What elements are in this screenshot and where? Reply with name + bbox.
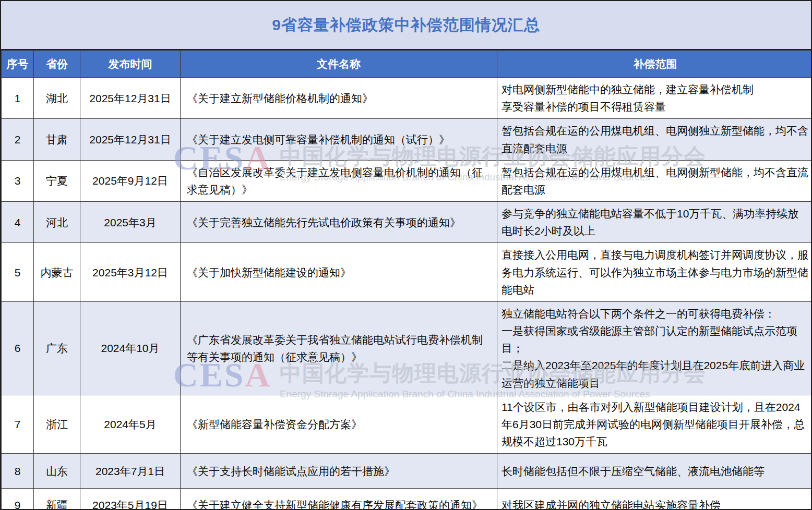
table-row: 5 内蒙古 2025年3月12日 《关于加快新型储能建设的通知》 直接接入公用电… bbox=[2, 243, 812, 302]
header-publish-date: 发布时间 bbox=[80, 51, 181, 78]
row-index-cell: 3 bbox=[2, 160, 34, 201]
province-cell: 新疆 bbox=[34, 489, 80, 510]
publish-date-cell: 2025年3月12日 bbox=[80, 243, 181, 302]
document-name-cell: 《关于建立健全支持新型储能健康有序发展配套政策的通知》 bbox=[181, 489, 497, 510]
publish-date-cell: 2025年12月31日 bbox=[80, 78, 181, 119]
page-title: 9省容量补偿政策中补偿范围情况汇总 bbox=[272, 15, 540, 36]
table-row: 2 甘肃 2025年12月31日 《关于建立发电侧可靠容量补偿机制的通知（试行）… bbox=[2, 119, 812, 160]
publish-date-cell: 2024年5月 bbox=[80, 395, 181, 454]
compensation-scope-cell: 对电网侧新型储能中的独立储能，建立容量补偿机制 享受容量补偿的项目不得租赁容量 bbox=[497, 78, 812, 119]
province-cell: 浙江 bbox=[34, 395, 80, 454]
document-name-cell: 《关于加快新型储能建设的通知》 bbox=[181, 243, 497, 302]
row-index-cell: 1 bbox=[2, 78, 34, 119]
document-name-cell: 《关于建立发电侧可靠容量补偿机制的通知（试行）》 bbox=[181, 119, 497, 160]
title-bar: 9省容量补偿政策中补偿范围情况汇总 bbox=[1, 1, 811, 50]
row-index-cell: 9 bbox=[2, 489, 34, 510]
table-row: 9 新疆 2023年5月19日 《关于建立健全支持新型储能健康有序发展配套政策的… bbox=[2, 489, 812, 510]
table-row: 8 山东 2023年7月1日 《关于支持长时储能试点应用的若干措施》 长时储能包… bbox=[2, 454, 812, 489]
row-index-cell: 6 bbox=[2, 301, 34, 395]
publish-date-cell: 2023年5月19日 bbox=[80, 489, 181, 510]
header-compensation-scope: 补偿范围 bbox=[497, 51, 812, 78]
row-index-cell: 2 bbox=[2, 119, 34, 160]
compensation-scope-cell: 独立储能电站符合以下两个条件之一的可获得电费补偿： 一是获得国家或省级能源主管部… bbox=[497, 301, 812, 395]
document-name-cell: 《关于建立新型储能价格机制的通知》 bbox=[181, 78, 497, 119]
table-row: 6 广东 2024年10月 《广东省发展改革委关于我省独立储能电站试行电费补偿机… bbox=[2, 301, 812, 395]
publish-date-cell: 2025年12月31日 bbox=[80, 119, 181, 160]
header-index: 序号 bbox=[2, 51, 34, 78]
policy-table: 序号 省份 发布时间 文件名称 补偿范围 1 湖北 2025年12月31日 《关… bbox=[1, 50, 812, 510]
row-index-cell: 8 bbox=[2, 454, 34, 489]
province-cell: 内蒙古 bbox=[34, 243, 80, 302]
document-name-cell: 《广东省发展改革委关于我省独立储能电站试行电费补偿机制等有关事项的通知（征求意见… bbox=[181, 301, 497, 395]
compensation-scope-cell: 11个设区市，由各市对列入新型储能项目建设计划，且在2024年6月30日前完成并… bbox=[497, 395, 812, 454]
table-row: 3 宁夏 2025年9月12日 《自治区发展改革委关于建立发电侧容量电价机制的通… bbox=[2, 160, 812, 201]
table-row: 7 浙江 2024年5月 《新型储能容量补偿资金分配方案》 11个设区市，由各市… bbox=[2, 395, 812, 454]
province-cell: 湖北 bbox=[34, 78, 80, 119]
province-cell: 河北 bbox=[34, 202, 80, 243]
row-index-cell: 7 bbox=[2, 395, 34, 454]
compensation-scope-cell: 参与竞争的独立储能电站容量不低于10万千瓦、满功率持续放电时长2小时及以上 bbox=[497, 202, 812, 243]
document-name-cell: 《关于支持长时储能试点应用的若干措施》 bbox=[181, 454, 497, 489]
document-name-cell: 《自治区发展改革委关于建立发电侧容量电价机制的通知（征求意见稿）》 bbox=[181, 160, 497, 201]
province-cell: 广东 bbox=[34, 301, 80, 395]
publish-date-cell: 2025年3月 bbox=[80, 202, 181, 243]
compensation-scope-cell: 暂包括合规在运的公用煤电机组、电网侧新型储能，均不含直流配套电源 bbox=[497, 160, 812, 201]
table-row: 1 湖北 2025年12月31日 《关于建立新型储能价格机制的通知》 对电网侧新… bbox=[2, 78, 812, 119]
compensation-scope-cell: 暂包括合规在运的公用煤电机组、电网侧独立新型储能，均不含直流配套电源 bbox=[497, 119, 812, 160]
table-header-row: 序号 省份 发布时间 文件名称 补偿范围 bbox=[2, 51, 812, 78]
table-row: 4 河北 2025年3月 《关于完善独立储能先行先试电价政策有关事项的通知》 参… bbox=[2, 202, 812, 243]
province-cell: 山东 bbox=[34, 454, 80, 489]
header-province: 省份 bbox=[34, 51, 80, 78]
publish-date-cell: 2024年10月 bbox=[80, 301, 181, 395]
document-name-cell: 《新型储能容量补偿资金分配方案》 bbox=[181, 395, 497, 454]
publish-date-cell: 2025年9月12日 bbox=[80, 160, 181, 201]
compensation-scope-cell: 对我区建成并网的独立储能电站实施容量补偿 bbox=[497, 489, 812, 510]
compensation-scope-cell: 直接接入公用电网，直接与电力调度机构签订并网调度协议，服务电力系统运行、可以作为… bbox=[497, 243, 812, 302]
publish-date-cell: 2023年7月1日 bbox=[80, 454, 181, 489]
province-cell: 甘肃 bbox=[34, 119, 80, 160]
document-name-cell: 《关于完善独立储能先行先试电价政策有关事项的通知》 bbox=[181, 202, 497, 243]
row-index-cell: 4 bbox=[2, 202, 34, 243]
province-cell: 宁夏 bbox=[34, 160, 80, 201]
compensation-scope-cell: 长时储能包括但不限于压缩空气储能、液流电池储能等 bbox=[497, 454, 812, 489]
header-document-name: 文件名称 bbox=[181, 51, 497, 78]
policy-summary-sheet: 9省容量补偿政策中补偿范围情况汇总 序号 省份 发布时间 文件名称 补偿范围 1… bbox=[0, 0, 812, 510]
row-index-cell: 5 bbox=[2, 243, 34, 302]
